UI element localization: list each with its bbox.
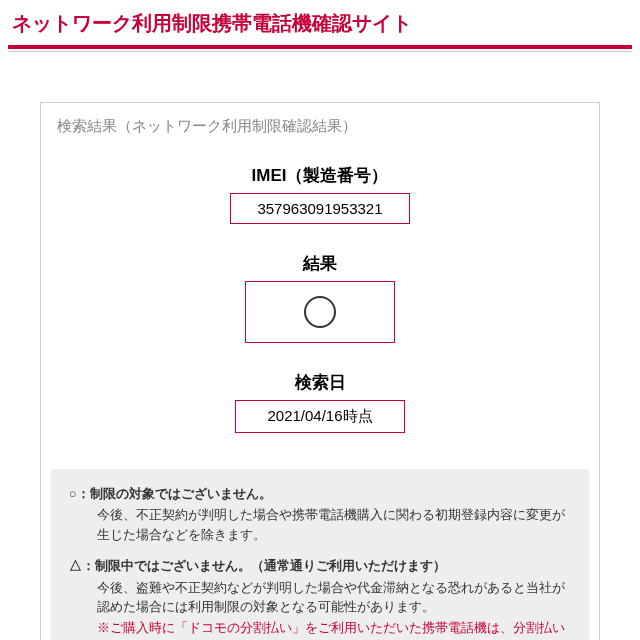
result-label: 結果 xyxy=(41,252,599,275)
note-tri-body: 今後、盗難や不正契約などが判明した場合や代金滞納となる恐れがあると当社が認めた場… xyxy=(97,579,572,618)
result-status-block: 結果 xyxy=(41,252,599,343)
result-panel: 検索結果（ネットワーク利用制限確認結果） IMEI（製造番号） 35796309… xyxy=(40,102,600,640)
imei-value: 357963091953321 xyxy=(230,193,409,224)
result-value xyxy=(245,281,395,343)
date-block: 検索日 2021/04/16時点 xyxy=(41,371,599,433)
page-header: ネットワーク利用制限携帯電話機確認サイト xyxy=(0,0,640,45)
header-rule-thin xyxy=(8,51,632,52)
date-value: 2021/04/16時点 xyxy=(235,400,405,433)
header-rule xyxy=(8,45,632,49)
note-tri-title: △：制限中ではございません。（通常通りご利用いただけます） xyxy=(69,557,571,576)
date-label: 検索日 xyxy=(41,371,599,394)
imei-label: IMEI（製造番号） xyxy=(41,164,599,187)
note-tri-caution: ※ご購入時に「ドコモの分割払い」をご利用いただいた携帯電話機は、分割払いの期間中… xyxy=(97,619,572,640)
note-ok-body: 今後、不正契約が判明した場合や携帯電話機購入に関わる初期登録内容に変更が生じた場… xyxy=(97,506,572,545)
page-title: ネットワーク利用制限携帯電話機確認サイト xyxy=(12,10,628,37)
panel-heading: 検索結果（ネットワーク利用制限確認結果） xyxy=(41,103,599,146)
note-ok-title: ○：制限の対象ではございません。 xyxy=(69,485,571,504)
circle-icon xyxy=(304,296,336,328)
notes-box: ○：制限の対象ではございません。 今後、不正契約が判明した場合や携帯電話機購入に… xyxy=(51,469,589,640)
imei-block: IMEI（製造番号） 357963091953321 xyxy=(41,164,599,224)
